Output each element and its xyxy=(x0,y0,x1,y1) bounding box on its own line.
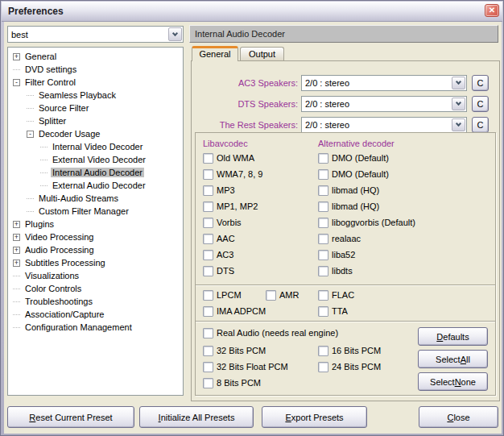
libmad2-checkbox[interactable] xyxy=(318,201,328,212)
tree-item-internal-video-decoder[interactable]: Internal Video Decoder xyxy=(11,140,183,153)
realaac-checkbox[interactable] xyxy=(318,234,328,244)
tree-item-association-capture[interactable]: Association/Capture xyxy=(11,308,183,321)
rest-config-button[interactable]: C xyxy=(472,117,489,133)
checkbox-row-24bits-pcm: 24 Bits PCM xyxy=(318,359,381,375)
defaults-button[interactable]: Defaults xyxy=(418,327,488,346)
flac-checkbox[interactable] xyxy=(318,290,328,301)
tree-item-decoder-usage[interactable]: -Decoder Usage xyxy=(11,127,183,140)
expand-plus-icon[interactable]: + xyxy=(13,53,20,60)
tree-item-splitter[interactable]: Splitter xyxy=(11,114,183,127)
dts-checkbox[interactable] xyxy=(203,266,213,276)
pcm24-checkbox[interactable] xyxy=(318,362,328,372)
checkbox-row-tta: TTA xyxy=(318,303,348,319)
preset-combobox[interactable]: best xyxy=(7,26,184,43)
rest-speakers-label: The Rest Speakers: xyxy=(195,117,298,133)
tree-item-visualizations[interactable]: Visualizations xyxy=(11,269,183,282)
rest-speakers-combobox[interactable]: 2/0 : stereo xyxy=(301,117,467,133)
lpcm-checkbox[interactable] xyxy=(203,290,213,301)
dropdown-button[interactable] xyxy=(452,118,465,131)
dropdown-button[interactable] xyxy=(452,77,465,89)
tree-item-seamless-playback[interactable]: Seamless Playback xyxy=(11,89,183,102)
real-audio-checkbox[interactable] xyxy=(203,328,213,338)
amr-checkbox[interactable] xyxy=(266,290,276,301)
checkbox-row-libmad-2: libmad (HQ) xyxy=(318,198,491,214)
tree-item-filter-control[interactable]: -Filter Control xyxy=(11,76,183,89)
tree-item-subtitles-processing[interactable]: +Subtitles Processing xyxy=(11,256,183,269)
ac3-checkbox[interactable] xyxy=(203,250,213,260)
tree-connector xyxy=(13,276,20,276)
select-none-button[interactable]: Select None xyxy=(418,372,488,391)
tree-item-plugins[interactable]: +Plugins xyxy=(11,218,183,230)
tree-item-video-processing[interactable]: +Video Processing xyxy=(11,230,183,243)
tree-item-color-controls[interactable]: Color Controls xyxy=(11,282,183,295)
tree-connector xyxy=(27,95,34,96)
dmo1-checkbox[interactable] xyxy=(318,153,328,164)
ac3-speakers-combobox[interactable]: 2/0 : stereo xyxy=(301,75,467,91)
chevron-down-icon xyxy=(456,121,461,127)
tree-item-audio-processing[interactable]: +Audio Processing xyxy=(11,243,183,256)
close-icon[interactable]: ✕ xyxy=(485,4,499,17)
chevron-down-icon xyxy=(172,30,178,35)
dts-config-button[interactable]: C xyxy=(472,96,489,112)
pcm16-checkbox[interactable] xyxy=(318,346,328,356)
liboggvorbis-checkbox[interactable] xyxy=(318,218,328,228)
checkbox-row-dmo-1: DMO (Default) xyxy=(318,150,491,166)
pcm8-checkbox[interactable] xyxy=(203,378,213,388)
codec-groupbox: Libavcodec Alternative decoder Old WMA W… xyxy=(195,132,496,396)
checkbox-row-ima-adpcm: IMA ADPCM xyxy=(203,303,266,319)
tree-item-external-video-decoder[interactable]: External Video Decoder xyxy=(11,153,183,166)
tab-general[interactable]: General xyxy=(192,46,238,61)
mp1-mp2-checkbox[interactable] xyxy=(203,201,213,212)
checkbox-row-old-wma: Old WMA xyxy=(203,150,316,166)
pcm32float-checkbox[interactable] xyxy=(203,362,213,372)
aac-checkbox[interactable] xyxy=(203,234,213,244)
select-all-button[interactable]: Select All xyxy=(418,350,488,368)
checkbox-row-liboggvorbis: liboggvorbis (Default) xyxy=(318,214,491,230)
dropdown-button[interactable] xyxy=(452,98,465,110)
tree-item-dvd-settings[interactable]: DVD settings xyxy=(11,63,183,76)
expand-plus-icon[interactable]: + xyxy=(13,221,20,228)
reset-current-preset-button[interactable]: Reset Current Preset xyxy=(7,406,134,428)
dmo2-checkbox[interactable] xyxy=(318,169,328,180)
checkbox-row-libdts: libdts xyxy=(318,263,491,279)
expand-plus-icon[interactable]: + xyxy=(13,260,20,267)
expand-plus-icon[interactable]: + xyxy=(13,234,20,241)
checkbox-row-mp3: MP3 xyxy=(203,182,316,198)
checkbox-row-32bits-pcm: 32 Bits PCM xyxy=(203,343,266,359)
collapse-minus-icon[interactable]: - xyxy=(27,131,34,138)
dts-speakers-label: DTS Speakers: xyxy=(195,96,298,112)
mp3-checkbox[interactable] xyxy=(203,185,213,196)
vorbis-checkbox[interactable] xyxy=(203,218,213,228)
tree-item-troubleshootings[interactable]: Troubleshootings xyxy=(11,295,183,308)
ac3-config-button[interactable]: C xyxy=(472,75,489,91)
tta-checkbox[interactable] xyxy=(318,306,328,317)
initialize-all-presets-button[interactable]: Initialize All Presets xyxy=(139,406,254,428)
tree-connector xyxy=(13,69,20,70)
section-divider xyxy=(196,284,495,285)
tree-item-custom-filter-manager[interactable]: Custom Filter Manager xyxy=(11,205,183,218)
tree-item-external-audio-decoder[interactable]: External Audio Decoder xyxy=(11,179,183,192)
expand-plus-icon[interactable]: + xyxy=(13,247,20,254)
wma789-checkbox[interactable] xyxy=(203,169,213,180)
checkbox-row-liba52: liba52 xyxy=(318,247,491,263)
tree-item-configuration-management[interactable]: Configuration Management xyxy=(11,321,183,334)
tree-item-multi-audio-streams[interactable]: Multi-Audio Streams xyxy=(11,192,183,205)
close-button[interactable]: Close xyxy=(419,406,498,428)
tree-item-source-filter[interactable]: Source Filter xyxy=(11,102,183,114)
export-presets-button[interactable]: Export Presets xyxy=(262,406,367,428)
old-wma-checkbox[interactable] xyxy=(203,153,213,164)
libdts-checkbox[interactable] xyxy=(318,266,328,276)
tree-item-internal-audio-decoder[interactable]: Internal Audio Decoder xyxy=(11,166,183,179)
pcm32-checkbox[interactable] xyxy=(203,346,213,356)
liba52-checkbox[interactable] xyxy=(318,250,328,260)
preset-dropdown-button[interactable] xyxy=(168,27,182,41)
dts-speakers-row: DTS Speakers: 2/0 : stereo C xyxy=(192,96,493,112)
tree-item-general[interactable]: +General xyxy=(11,50,183,63)
dts-speakers-combobox[interactable]: 2/0 : stereo xyxy=(301,96,467,112)
tab-output[interactable]: Output xyxy=(240,47,284,60)
collapse-minus-icon[interactable]: - xyxy=(13,79,20,86)
checkbox-row-ac3: AC3 xyxy=(203,247,316,263)
libmad1-checkbox[interactable] xyxy=(318,185,328,196)
ac3-speakers-row: AC3 Speakers: 2/0 : stereo C xyxy=(192,75,493,91)
ima-adpcm-checkbox[interactable] xyxy=(203,306,213,317)
